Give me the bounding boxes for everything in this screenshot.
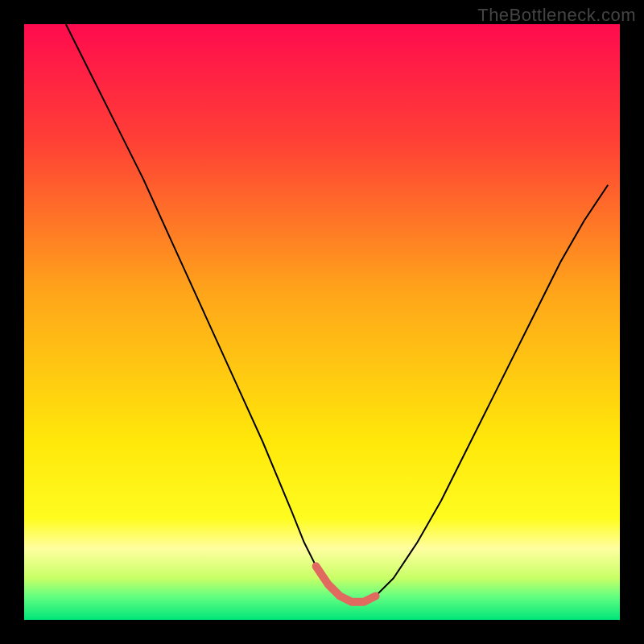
bottleneck-chart xyxy=(0,0,644,644)
chart-frame: TheBottleneck.com xyxy=(0,0,644,644)
